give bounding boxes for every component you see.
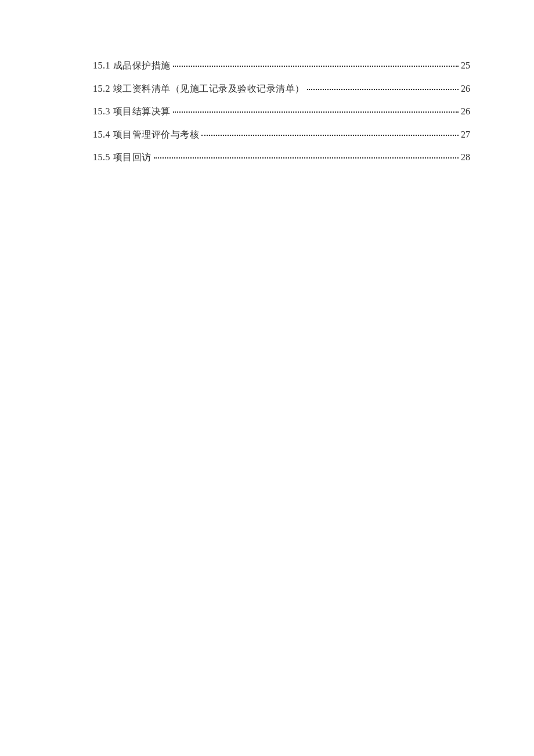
toc-entry-label: 15.1 成品保护措施 — [93, 58, 171, 73]
toc-dot-leader — [307, 89, 459, 90]
toc-entry-page: 28 — [461, 150, 470, 165]
toc-entry: 15.4 项目管理评价与考核 27 — [93, 127, 470, 142]
toc-entry: 15.5 项目回访 28 — [93, 150, 470, 165]
toc-dot-leader — [154, 157, 459, 159]
toc-dot-leader — [173, 66, 459, 67]
toc-entry-label: 15.5 项目回访 — [93, 150, 151, 165]
toc-dot-leader — [173, 111, 459, 113]
toc-entry: 15.2 竣工资料清单（见施工记录及验收记录清单） 26 — [93, 81, 470, 96]
toc-entry-page: 26 — [461, 81, 470, 96]
document-page: 15.1 成品保护措施 25 15.2 竣工资料清单（见施工记录及验收记录清单）… — [0, 0, 534, 165]
toc-entry-label: 15.4 项目管理评价与考核 — [93, 127, 199, 142]
toc-entry: 15.1 成品保护措施 25 — [93, 58, 470, 73]
toc-dot-leader — [201, 135, 459, 136]
toc-entry-page: 26 — [461, 104, 470, 119]
toc-entry: 15.3 项目结算决算 26 — [93, 104, 470, 119]
toc-entry-label: 15.3 项目结算决算 — [93, 104, 171, 119]
toc-entry-page: 25 — [461, 58, 470, 73]
toc-entry-label: 15.2 竣工资料清单（见施工记录及验收记录清单） — [93, 81, 305, 96]
toc-entry-page: 27 — [461, 127, 470, 142]
